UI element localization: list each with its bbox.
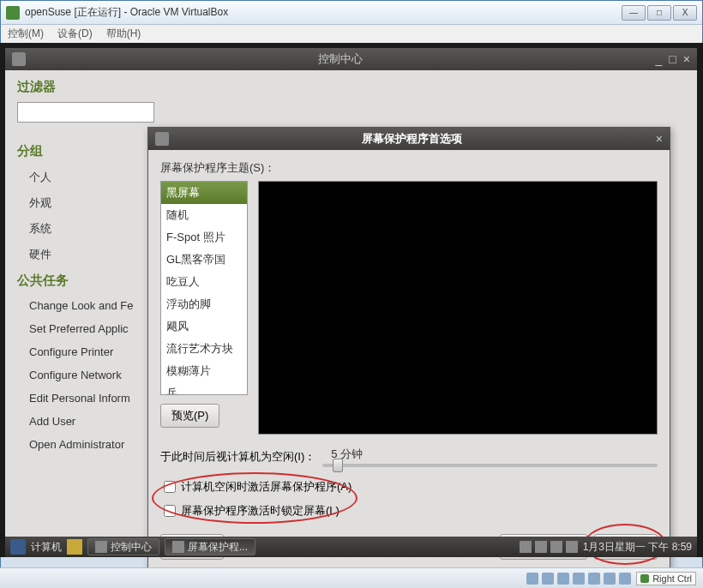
virtualbox-icon <box>6 6 20 20</box>
cc-close-button[interactable]: × <box>683 52 690 66</box>
start-menu-icon[interactable] <box>10 539 26 555</box>
group-item[interactable]: 硬件 <box>17 242 154 267</box>
activate-on-idle-checkbox[interactable] <box>164 481 176 493</box>
ss-body: 屏幕保护程序主题(S)： 黑屏幕 随机 F-Spot 照片 GL黑客帝国 吃豆人… <box>148 150 670 570</box>
taskbar-item-label: 控制中心 <box>111 540 152 555</box>
group-item[interactable]: 系统 <box>17 216 154 242</box>
virtualbox-menubar: 控制(M) 设备(D) 帮助(H) <box>1 25 702 44</box>
ss-icon <box>155 132 169 146</box>
preview-button[interactable]: 预览(P) <box>160 404 219 428</box>
maximize-button[interactable]: □ <box>647 5 671 21</box>
host-key-arrow-icon <box>640 574 649 583</box>
tasks-section: 公共任务 Change Look and Fe Set Preferred Ap… <box>17 273 154 456</box>
host-key-label: Right Ctrl <box>652 573 692 584</box>
taskbar-computer-label[interactable]: 计算机 <box>31 540 62 555</box>
groups-section: 分组 个人 外观 系统 硬件 <box>17 143 154 267</box>
status-icons <box>526 573 631 585</box>
network-icon[interactable] <box>557 573 569 585</box>
cc-maximize-button[interactable]: □ <box>669 52 676 66</box>
theme-item[interactable]: 随机 <box>161 204 247 226</box>
virtualbox-statusbar: Right Ctrl <box>0 567 703 588</box>
activate-on-idle-row[interactable]: 计算机空闲时激活屏幕保护程序(A) <box>160 479 658 495</box>
window-controls: — □ X <box>622 5 697 21</box>
theme-item[interactable]: 模糊薄片 <box>161 360 247 382</box>
minimize-button[interactable]: — <box>622 5 646 21</box>
task-item[interactable]: Set Preferred Applic <box>17 317 154 340</box>
theme-list-wrap: 黑屏幕 随机 F-Spot 照片 GL黑客帝国 吃豆人 浮动的脚 飓风 流行艺术… <box>160 181 248 435</box>
tray-icon[interactable] <box>550 541 562 553</box>
theme-item[interactable]: 黑屏幕 <box>161 182 247 204</box>
filter-heading: 过滤器 <box>17 79 154 95</box>
menu-help[interactable]: 帮助(H) <box>106 27 141 41</box>
tray-icon[interactable] <box>535 541 547 553</box>
cc-titlebar: 控制中心 _ □ × <box>5 48 697 70</box>
ss-top-row: 黑屏幕 随机 F-Spot 照片 GL黑客帝国 吃豆人 浮动的脚 飓风 流行艺术… <box>160 181 658 435</box>
disk-icon[interactable] <box>526 573 538 585</box>
ss-close-button[interactable]: × <box>656 132 663 146</box>
theme-item[interactable]: 飓风 <box>161 315 247 338</box>
cc-window-buttons: _ □ × <box>656 52 690 66</box>
checkbox-group: 计算机空闲时激活屏幕保护程序(A) 屏幕保护程序激活时锁定屏幕(L) <box>160 479 658 519</box>
lock-on-activate-row[interactable]: 屏幕保护程序激活时锁定屏幕(L) <box>160 503 658 519</box>
screensaver-preview <box>258 181 658 435</box>
tray-icon[interactable] <box>566 541 578 553</box>
tasks-heading: 公共任务 <box>17 273 154 289</box>
taskbar-item-control-center[interactable]: 控制中心 <box>87 538 159 555</box>
notes-icon[interactable] <box>67 539 82 555</box>
idle-slider-wrap: 5 分钟 <box>322 447 658 467</box>
taskbar-item-label: 屏幕保护程... <box>188 540 248 555</box>
app-icon <box>172 541 184 553</box>
guest-taskbar: 计算机 控制中心 屏幕保护程... 1月3日星期一 下午 8:59 <box>5 537 697 557</box>
idle-value: 5 分钟 <box>331 447 658 462</box>
cc-title: 控制中心 <box>318 51 363 67</box>
virtualbox-window: openSuse [正在运行] - Oracle VM VirtualBox —… <box>0 0 703 588</box>
theme-item[interactable]: 吃豆人 <box>161 271 247 293</box>
theme-item[interactable]: F-Spot 照片 <box>161 226 247 249</box>
task-item[interactable]: Add User <box>17 410 154 433</box>
idle-slider-row: 于此时间后视计算机为空闲(I)： 5 分钟 <box>160 447 658 467</box>
optical-icon[interactable] <box>542 573 554 585</box>
menu-devices[interactable]: 设备(D) <box>57 27 93 41</box>
slider-thumb[interactable] <box>333 459 343 472</box>
host-key-indicator: Right Ctrl <box>636 572 696 585</box>
menu-control[interactable]: 控制(M) <box>8 27 44 41</box>
task-item[interactable]: Configure Network <box>17 363 154 387</box>
group-item[interactable]: 个人 <box>17 165 154 190</box>
task-item[interactable]: Change Look and Fe <box>17 294 154 317</box>
theme-item[interactable]: 乒 <box>161 382 247 395</box>
group-item[interactable]: 外观 <box>17 190 154 216</box>
ss-title: 屏幕保护程序首选项 <box>362 131 462 147</box>
app-icon <box>95 541 107 553</box>
idle-label: 于此时间后视计算机为空闲(I)： <box>160 449 315 465</box>
cc-minimize-button[interactable]: _ <box>656 52 663 66</box>
guest-display: 控制中心 _ □ × 过滤器 分组 个人 外观 系统 硬件 <box>0 43 703 557</box>
screensaver-dialog: 屏幕保护程序首选项 × 屏幕保护程序主题(S)： 黑屏幕 随机 F-Spot 照… <box>147 127 670 586</box>
shared-folder-icon[interactable] <box>588 573 600 585</box>
close-button[interactable]: X <box>673 5 697 21</box>
mouse-icon[interactable] <box>619 573 631 585</box>
theme-item[interactable]: 流行艺术方块 <box>161 338 247 360</box>
theme-label: 屏幕保护程序主题(S)： <box>160 160 658 176</box>
lock-on-activate-checkbox[interactable] <box>164 505 176 517</box>
usb-icon[interactable] <box>573 573 585 585</box>
idle-slider[interactable] <box>322 464 658 467</box>
lock-on-activate-label: 屏幕保护程序激活时锁定屏幕(L) <box>181 503 339 519</box>
cc-icon <box>12 52 26 66</box>
activate-on-idle-label: 计算机空闲时激活屏幕保护程序(A) <box>181 479 352 495</box>
ss-titlebar: 屏幕保护程序首选项 × <box>148 128 670 150</box>
theme-list[interactable]: 黑屏幕 随机 F-Spot 照片 GL黑客帝国 吃豆人 浮动的脚 飓风 流行艺术… <box>160 181 248 395</box>
taskbar-item-screensaver[interactable]: 屏幕保护程... <box>165 538 255 555</box>
tray-icon[interactable] <box>520 541 532 553</box>
filter-input[interactable] <box>17 102 154 123</box>
display-icon[interactable] <box>604 573 616 585</box>
virtualbox-titlebar: openSuse [正在运行] - Oracle VM VirtualBox —… <box>1 1 702 25</box>
theme-item[interactable]: GL黑客帝国 <box>161 249 247 271</box>
system-tray: 1月3日星期一 下午 8:59 <box>520 540 692 555</box>
theme-item[interactable]: 浮动的脚 <box>161 293 247 315</box>
task-item[interactable]: Configure Printer <box>17 340 154 363</box>
virtualbox-title: openSuse [正在运行] - Oracle VM VirtualBox <box>25 5 622 20</box>
clock[interactable]: 1月3日星期一 下午 8:59 <box>583 540 692 555</box>
task-item[interactable]: Open Administrator <box>17 433 154 456</box>
tray-icons <box>520 541 578 553</box>
task-item[interactable]: Edit Personal Inform <box>17 387 154 410</box>
